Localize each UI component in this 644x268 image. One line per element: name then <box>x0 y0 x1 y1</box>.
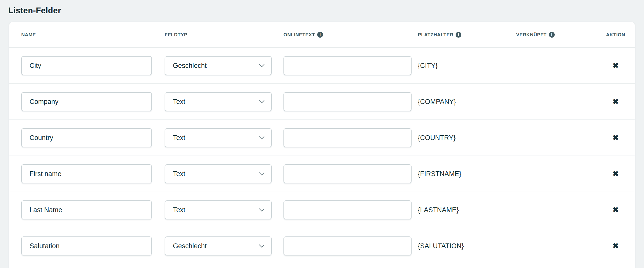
name-cell <box>21 128 152 147</box>
aktion-cell: ✖ <box>605 60 626 71</box>
info-icon[interactable]: i <box>456 32 461 38</box>
name-input[interactable] <box>21 92 152 111</box>
table-row: Geschlecht {SALUTATION} ✖ <box>9 228 635 264</box>
aktion-cell: ✖ <box>605 96 626 107</box>
feldtyp-selected-value: Text <box>173 170 185 178</box>
platzhalter-value: {CITY} <box>412 62 516 70</box>
column-header-label: NAME <box>21 32 36 38</box>
name-input[interactable] <box>21 236 152 255</box>
name-cell <box>21 236 152 255</box>
feldtyp-cell: Geschlecht <box>152 236 272 255</box>
chevron-down-icon <box>259 98 265 103</box>
name-input[interactable] <box>21 200 152 219</box>
column-header-onlinetext: ONLINETEXT i <box>272 32 412 38</box>
column-header-label: ONLINETEXT <box>283 32 315 38</box>
name-cell <box>21 164 152 183</box>
column-header-label: FELDTYP <box>165 32 187 38</box>
onlinetext-cell <box>272 164 412 183</box>
feldtyp-selected-value: Text <box>173 98 185 106</box>
delete-row-button[interactable]: ✖ <box>611 169 620 179</box>
column-header-aktion: AKTION <box>605 32 626 38</box>
feldtyp-cell: Text <box>152 200 272 219</box>
list-fields-card: NAME FELDTYP ONLINETEXT i PLATZHALTER i … <box>9 22 635 268</box>
chevron-down-icon <box>259 134 265 140</box>
feldtyp-selected-value: Geschlecht <box>173 62 207 70</box>
onlinetext-cell <box>272 56 412 75</box>
feldtyp-cell: Text <box>152 92 272 111</box>
aktion-cell: ✖ <box>605 132 626 143</box>
onlinetext-cell <box>272 236 412 255</box>
onlinetext-input[interactable] <box>283 200 412 219</box>
table-row: Text {FIRSTNAME} ✖ <box>9 156 635 192</box>
column-header-label: VERKNÜPFT <box>516 32 547 38</box>
feldtyp-select[interactable]: Text <box>165 164 272 183</box>
aktion-cell: ✖ <box>605 205 626 215</box>
page-title: Listen-Felder <box>8 6 635 16</box>
feldtyp-select[interactable]: Text <box>165 128 272 147</box>
onlinetext-cell <box>272 128 412 147</box>
name-cell <box>21 200 152 219</box>
column-header-name: NAME <box>21 32 152 38</box>
platzhalter-value: {SALUTATION} <box>412 242 516 250</box>
onlinetext-input[interactable] <box>283 92 412 111</box>
feldtyp-select[interactable]: Text <box>165 92 272 111</box>
column-header-feldtyp: FELDTYP <box>152 32 272 38</box>
name-cell <box>21 56 152 75</box>
feldtyp-cell: Geschlecht <box>152 56 272 75</box>
onlinetext-input[interactable] <box>283 236 412 255</box>
chevron-down-icon <box>259 170 265 176</box>
aktion-cell: ✖ <box>605 169 626 179</box>
feldtyp-selected-value: Geschlecht <box>173 242 207 250</box>
delete-row-button[interactable]: ✖ <box>611 205 620 215</box>
feldtyp-select[interactable]: Geschlecht <box>165 56 272 75</box>
name-input[interactable] <box>21 128 152 147</box>
table-row: Geschlecht {CITY} ✖ <box>9 47 635 83</box>
name-input[interactable] <box>21 56 152 75</box>
delete-row-button[interactable]: ✖ <box>611 132 620 143</box>
delete-row-button[interactable]: ✖ <box>611 96 620 107</box>
onlinetext-cell <box>272 200 412 219</box>
table-row-partial <box>9 264 635 268</box>
aktion-cell: ✖ <box>605 241 626 251</box>
chevron-down-icon <box>259 206 265 212</box>
column-header-platzhalter: PLATZHALTER i <box>412 32 516 38</box>
delete-row-button[interactable]: ✖ <box>611 241 620 251</box>
feldtyp-cell: Text <box>152 128 272 147</box>
onlinetext-input[interactable] <box>283 164 412 183</box>
onlinetext-cell <box>272 92 412 111</box>
column-header-label: AKTION <box>606 32 625 38</box>
platzhalter-value: {COUNTRY} <box>412 134 516 142</box>
platzhalter-value: {LASTNAME} <box>412 206 516 214</box>
feldtyp-select[interactable]: Text <box>165 200 272 219</box>
feldtyp-select[interactable]: Geschlecht <box>165 236 272 255</box>
info-icon[interactable]: i <box>317 32 323 38</box>
info-icon[interactable]: i <box>549 32 555 38</box>
table-header-row: NAME FELDTYP ONLINETEXT i PLATZHALTER i … <box>9 22 635 47</box>
table-row: Text {LASTNAME} ✖ <box>9 192 635 228</box>
chevron-down-icon <box>259 62 265 67</box>
feldtyp-selected-value: Text <box>173 134 185 142</box>
table-row: Text {COUNTRY} ✖ <box>9 119 635 156</box>
name-input[interactable] <box>21 164 152 183</box>
onlinetext-input[interactable] <box>283 56 412 75</box>
platzhalter-value: {FIRSTNAME} <box>412 170 516 178</box>
feldtyp-selected-value: Text <box>173 206 185 214</box>
column-header-verknuepft: VERKNÜPFT i <box>516 32 605 38</box>
table-row: Text {COMPANY} ✖ <box>9 83 635 119</box>
delete-row-button[interactable]: ✖ <box>611 60 620 71</box>
column-header-label: PLATZHALTER <box>418 32 453 38</box>
onlinetext-input[interactable] <box>283 128 412 147</box>
platzhalter-value: {COMPANY} <box>412 98 516 106</box>
page: Listen-Felder NAME FELDTYP ONLINETEXT i … <box>0 0 644 268</box>
name-cell <box>21 92 152 111</box>
chevron-down-icon <box>259 242 265 248</box>
feldtyp-cell: Text <box>152 164 272 183</box>
